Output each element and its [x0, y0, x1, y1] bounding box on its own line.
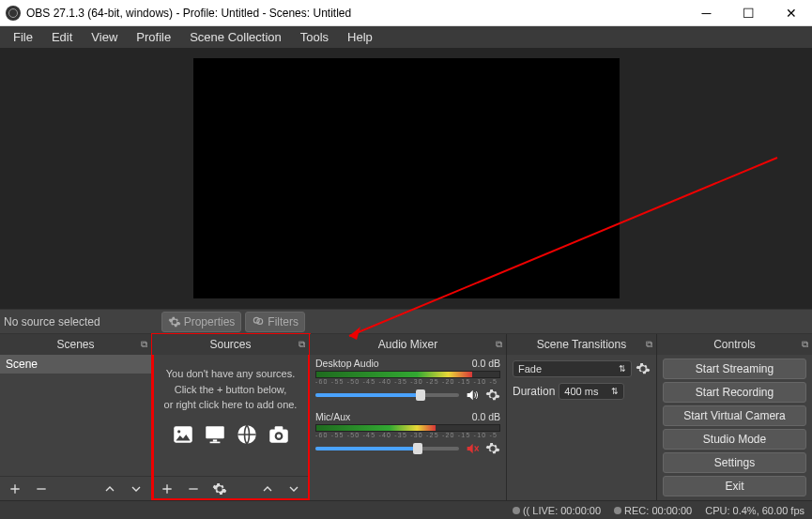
scene-down-button[interactable]	[127, 480, 146, 498]
studio-mode-button[interactable]: Studio Mode	[663, 429, 806, 450]
source-down-button[interactable]	[284, 480, 303, 498]
statusbar: (( LIVE: 00:00:00 REC: 00:00:00 CPU: 0.4…	[0, 500, 812, 519]
gear-icon	[168, 315, 181, 328]
source-toolbar: No source selected Properties Filters	[0, 309, 812, 334]
close-button[interactable]: ✕	[770, 0, 812, 25]
speaker-muted-icon[interactable]	[465, 441, 480, 456]
sources-dock: Sources ⧉ You don't have any sources. Cl…	[152, 334, 310, 500]
scene-item[interactable]: Scene	[0, 355, 151, 374]
exit-button[interactable]: Exit	[663, 476, 806, 496]
scene-up-button[interactable]	[100, 480, 119, 498]
transitions-dock: Scene Transitions ⧉ Fade⇅ Duration 400 m…	[507, 334, 657, 500]
preview-area	[0, 48, 812, 309]
channel-settings-icon[interactable]	[485, 441, 500, 456]
filters-button[interactable]: Filters	[245, 312, 305, 332]
window-titlebar: OBS 27.1.3 (64-bit, windows) - Profile: …	[0, 0, 812, 26]
menu-file[interactable]: File	[4, 27, 42, 47]
scenes-header[interactable]: Scenes ⧉	[0, 334, 151, 355]
channel-settings-icon[interactable]	[485, 388, 500, 403]
camera-icon	[267, 422, 291, 447]
transition-settings-icon[interactable]	[636, 361, 651, 376]
preview-canvas[interactable]	[193, 58, 620, 298]
display-icon	[203, 422, 227, 447]
globe-icon	[235, 422, 259, 447]
mixer-header[interactable]: Audio Mixer ⧉	[310, 334, 506, 355]
popout-icon[interactable]: ⧉	[299, 339, 305, 350]
svg-point-11	[276, 434, 280, 437]
sources-list-empty[interactable]: You don't have any sources. Click the + …	[152, 355, 309, 476]
popout-icon[interactable]: ⧉	[646, 339, 652, 350]
popout-icon[interactable]: ⧉	[141, 339, 147, 350]
rec-status: REC: 00:00:00	[614, 505, 692, 516]
scenes-dock: Scenes ⧉ Scene	[0, 334, 152, 500]
image-icon	[171, 422, 195, 447]
maximize-button[interactable]: ☐	[728, 0, 770, 25]
start-recording-button[interactable]: Start Recording	[663, 382, 806, 403]
source-properties-button[interactable]	[210, 480, 229, 498]
mixer-channel: Mic/Aux0.0 dB -60 -55 -50 -45 -40 -35 -3…	[310, 408, 506, 462]
audio-meter	[315, 371, 500, 378]
live-status: (( LIVE: 00:00:00	[513, 505, 601, 516]
obs-logo-icon	[6, 6, 21, 21]
duration-label: Duration	[513, 385, 555, 398]
svg-point-3	[177, 430, 180, 433]
menu-profile[interactable]: Profile	[127, 27, 180, 47]
no-source-label: No source selected	[4, 315, 100, 328]
window-title: OBS 27.1.3 (64-bit, windows) - Profile: …	[26, 7, 351, 20]
filters-icon	[252, 315, 265, 328]
settings-button[interactable]: Settings	[663, 452, 806, 473]
source-add-button[interactable]	[158, 480, 176, 498]
source-up-button[interactable]	[258, 480, 277, 498]
mixer-channel: Desktop Audio0.0 dB -60 -55 -50 -45 -40 …	[310, 355, 506, 408]
properties-button[interactable]: Properties	[161, 312, 242, 332]
speaker-icon[interactable]	[465, 388, 480, 403]
popout-icon[interactable]: ⧉	[802, 339, 808, 350]
channel-name: Mic/Aux	[315, 411, 350, 422]
channel-db: 0.0 dB	[472, 411, 500, 422]
controls-dock: Controls ⧉ Start Streaming Start Recordi…	[657, 334, 812, 500]
sources-header[interactable]: Sources ⧉	[152, 334, 309, 355]
source-remove-button[interactable]	[184, 480, 203, 498]
start-virtual-camera-button[interactable]: Start Virtual Camera	[663, 405, 806, 426]
svg-rect-6	[209, 441, 220, 443]
transitions-header[interactable]: Scene Transitions ⧉	[507, 334, 656, 355]
volume-slider[interactable]	[315, 393, 459, 397]
mixer-dock: Audio Mixer ⧉ Desktop Audio0.0 dB -60 -5…	[310, 334, 507, 500]
start-streaming-button[interactable]: Start Streaming	[663, 359, 806, 379]
menu-help[interactable]: Help	[338, 27, 382, 47]
svg-point-1	[257, 318, 263, 324]
controls-header[interactable]: Controls ⧉	[657, 334, 812, 355]
svg-rect-4	[206, 426, 224, 438]
duration-input[interactable]: 400 ms⇅	[559, 383, 624, 400]
volume-slider[interactable]	[315, 447, 459, 450]
transition-select[interactable]: Fade⇅	[513, 360, 632, 377]
scene-remove-button[interactable]	[32, 480, 51, 498]
scene-add-button[interactable]	[6, 480, 24, 498]
svg-rect-9	[274, 426, 283, 430]
menubar: File Edit View Profile Scene Collection …	[0, 26, 812, 48]
menu-tools[interactable]: Tools	[291, 27, 338, 47]
svg-rect-5	[212, 439, 216, 441]
channel-db: 0.0 dB	[472, 358, 500, 369]
svg-point-0	[254, 317, 260, 323]
minimize-button[interactable]: ─	[685, 0, 728, 25]
cpu-fps-status: CPU: 0.4%, 60.00 fps	[705, 505, 804, 516]
audio-meter	[315, 424, 500, 432]
menu-scene-collection[interactable]: Scene Collection	[180, 27, 291, 47]
menu-edit[interactable]: Edit	[42, 27, 82, 47]
channel-name: Desktop Audio	[315, 358, 379, 369]
menu-view[interactable]: View	[82, 27, 127, 47]
popout-icon[interactable]: ⧉	[496, 339, 502, 350]
